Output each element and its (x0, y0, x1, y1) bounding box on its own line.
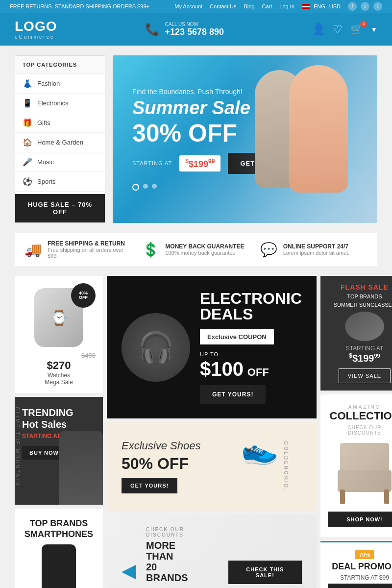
golden-grid-text: GOLDENGRID. (284, 441, 289, 492)
divider-2 (255, 240, 255, 259)
hero-price: $$19999 (179, 155, 220, 172)
language-selector[interactable]: ENG (314, 3, 325, 9)
feature-shipping-desc: Free shipping on all orders over $99. (48, 247, 132, 259)
fashion-icon: 👗 (23, 79, 32, 88)
hero-banner: Find the Boundaries. Push Through! Summe… (113, 55, 377, 223)
flag-icon (302, 4, 310, 9)
login-link[interactable]: Log In (279, 3, 294, 9)
electronics-icon: 📱 (23, 98, 32, 108)
check-sale-button[interactable]: CHECK THIS SALE! (228, 561, 302, 584)
cart-icon[interactable]: 🛒 0 (350, 23, 363, 36)
gifts-icon: 🎁 (23, 118, 32, 127)
electronics-offer: UP TO $100 OFF (200, 349, 302, 380)
feature-money-back: 💲 MONEY BACK GUARANTEE 100% money back g… (142, 240, 249, 259)
header-phone: 📞 CALL US NOW +123 5678 890 (145, 22, 224, 37)
headphones-visual: 🎧 (122, 313, 190, 382)
flash-sale-card: FLASH SALE TOP BRANDS SUMMER SUNGLASSES … (320, 276, 392, 391)
cat-label-gifts: Gifts (37, 119, 50, 126)
categories-sidebar: TOP CATEGORIES 👗 Fashion 📱 Electronics 🎁… (15, 55, 105, 223)
dot-1[interactable] (132, 184, 139, 191)
check-discounts-label: CHECK OUR DISCOUNTS (146, 527, 219, 538)
deal-starting: STARTING AT $99 (328, 574, 392, 581)
shoes-visual: 👟 (238, 429, 280, 470)
shipping-icon: 🚚 (24, 242, 42, 258)
flash-sale-visual (345, 312, 384, 341)
flash-sale-title: FLASH SALE (328, 283, 392, 291)
shoes-cta-button[interactable]: GET YOURS! (122, 478, 177, 493)
trending-card: CLIMB THE MOUNTAIN TRENDINGHot Sales STA… (15, 397, 103, 505)
chair-visual (333, 441, 392, 504)
starting-at-label: STARTING AT (132, 160, 172, 166)
feature-shipping-title: FREE SHIPPING & RETURN (48, 240, 132, 247)
instagram-icon[interactable]: i (373, 2, 382, 11)
home-icon: 🏠 (23, 138, 32, 147)
header-icons: 👤 ♡ 🛒 0 ▼ (312, 23, 377, 36)
shoes-discount: 50% OFF (122, 455, 200, 473)
view-sale-button[interactable]: VIEW SALE (339, 368, 391, 383)
cat-item-home[interactable]: 🏠 Home & Garden (15, 133, 105, 152)
cat-item-music[interactable]: 🎤 Music (15, 152, 105, 172)
feature-support: 💬 ONLINE SUPPORT 24/7 Lorem ipsum dolor … (260, 240, 368, 259)
music-icon: 🎤 (23, 157, 32, 167)
electronics-card: 🎧 ELECTRONICDEALS Exclusive COUPON UP TO… (107, 276, 317, 418)
deal-promos-card: 70% DEAL PROMOS STARTING AT $99 BUY NOW! (320, 541, 392, 588)
divider-1 (137, 240, 137, 259)
call-label: CALL US NOW (165, 22, 224, 27)
phone-number[interactable]: +123 5678 890 (165, 27, 224, 37)
cat-label-music: Music (37, 158, 54, 166)
twitter-icon[interactable]: t (361, 2, 369, 11)
flash-price-value: $199 (352, 353, 374, 364)
my-account-link[interactable]: My Account (174, 3, 202, 9)
feature-money-desc: 100% money back guarantee (165, 250, 244, 256)
sports-icon: ⚽ (23, 177, 32, 186)
trending-title: TRENDINGHot Sales (22, 407, 96, 430)
cart-link[interactable]: Cart (262, 3, 272, 9)
flash-starting: STARTING AT (328, 345, 392, 352)
dot-2[interactable] (143, 184, 148, 189)
shop-now-button[interactable]: SHOP NOW! (328, 512, 392, 527)
chevron-down-icon[interactable]: ▼ (370, 25, 377, 33)
feature-money-title: MONEY BACK GUARANTEE (165, 243, 244, 250)
phone-icon: 📞 (145, 23, 160, 36)
cat-item-sports[interactable]: ⚽ Sports (15, 172, 105, 192)
arrow-shape (122, 565, 136, 580)
logo[interactable]: LOGO eCommerce (15, 19, 57, 40)
chair-leg-2 (384, 490, 389, 504)
top-bar: FREE RETURNS. STANDARD SHIPPING ORDERS $… (0, 0, 392, 13)
currency-selector[interactable]: USD (329, 3, 341, 9)
brands-text: CHECK OUR DISCOUNTS MORETHAN20BRANDS DS … (146, 527, 219, 588)
trending-bg-text: CLIMB THE MOUNTAIN (15, 407, 20, 487)
user-icon[interactable]: 👤 (312, 23, 325, 36)
categories-title: TOP CATEGORIES (15, 56, 105, 74)
wishlist-icon[interactable]: ♡ (333, 23, 343, 36)
social-icons: f t i (348, 2, 382, 11)
flash-cents: 99 (374, 353, 380, 359)
money-back-icon: 💲 (142, 242, 159, 258)
cat-item-gifts[interactable]: 🎁 Gifts (15, 113, 105, 133)
huge-sale-button[interactable]: HUGE SALE – 70% OFF (15, 194, 105, 222)
hero-price-value: $199 (189, 159, 208, 169)
shoes-title: Exclusive Shoes (122, 440, 200, 452)
cat-item-electronics[interactable]: 📱 Electronics (15, 94, 105, 113)
flash-sale-desc2: SUMMER SUNGLASSES (328, 302, 392, 308)
contact-link[interactable]: Contact Us (210, 3, 236, 9)
collection-desc: CHECK OURDISCOUNTS (328, 425, 392, 436)
features-bar: 🚚 FREE SHIPPING & RETURN Free shipping o… (15, 233, 377, 266)
feature-support-text: ONLINE SUPPORT 24/7 Lorem ipsum dolor si… (283, 243, 350, 256)
hero-starting-at: STARTING AT (132, 160, 172, 166)
watch-card: 40% OFF ⌚ $450 $270 WatchesMega Sale (15, 276, 103, 393)
hero-section: TOP CATEGORIES 👗 Fashion 📱 Electronics 🎁… (15, 55, 377, 223)
left-column: 40% OFF ⌚ $450 $270 WatchesMega Sale CLI… (15, 276, 103, 588)
electronics-cta-button[interactable]: GET YOURS! (200, 385, 266, 404)
blog-link[interactable]: Blog (244, 3, 255, 9)
cat-item-fashion[interactable]: 👗 Fashion (15, 74, 105, 94)
feature-support-desc: Lorem ipsum dolor sit amet. (283, 250, 350, 256)
hero-cents: 99 (208, 158, 215, 165)
top-bar-right: My Account Contact Us Blog Cart Log In E… (174, 2, 382, 11)
deal-buy-button[interactable]: BUY NOW! (328, 584, 392, 588)
feature-support-title: ONLINE SUPPORT 24/7 (283, 243, 350, 250)
smartphones-card: TOP BRANDS SMARTPHONES BUY NOW (15, 509, 103, 588)
facebook-icon[interactable]: f (348, 2, 357, 11)
dot-3[interactable] (152, 184, 157, 189)
phone-info: CALL US NOW +123 5678 890 (165, 22, 224, 37)
